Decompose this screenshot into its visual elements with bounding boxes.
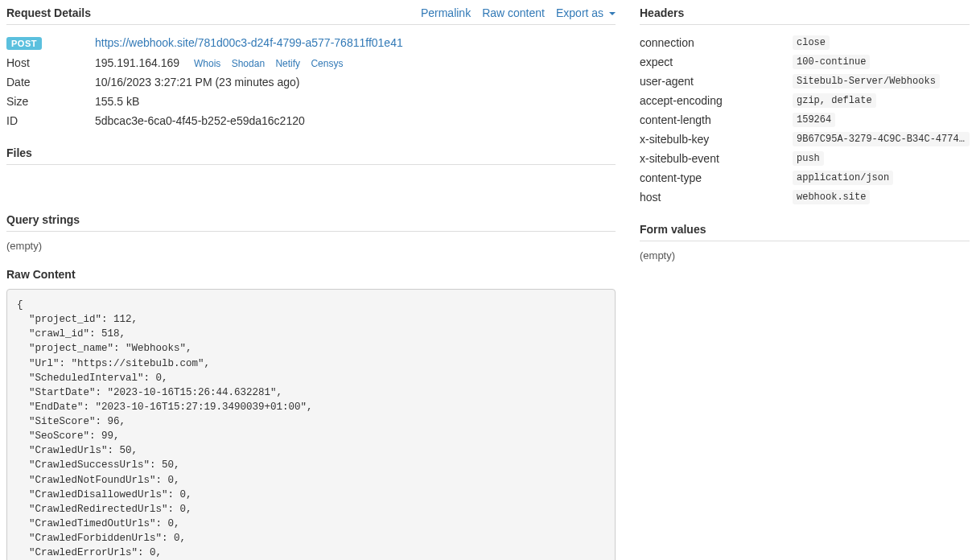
censys-link[interactable]: Censys (311, 58, 343, 69)
header-key: connection (640, 36, 793, 49)
raw-content-link[interactable]: Raw content (482, 6, 545, 19)
export-as-dropdown[interactable]: Export as (556, 6, 616, 19)
header-value: 9B67C95A-3279-4C9C-B34C-4774ACC5894B (793, 132, 970, 146)
header-value: push (793, 151, 824, 166)
date-row: Date 10/16/2023 3:27:21 PM (23 minutes a… (6, 72, 616, 92)
form-values-title: Form values (640, 223, 706, 236)
header-row: x-sitebulb-eventpush (640, 149, 970, 168)
header-key: accept-encoding (640, 94, 793, 107)
files-title: Files (6, 146, 32, 159)
query-strings-empty: (empty) (6, 240, 616, 252)
host-row: Host 195.191.164.169 Whois Shodan Netify… (6, 53, 616, 72)
shodan-link[interactable]: Shodan (232, 58, 265, 69)
id-value: 5dbcac3e-6ca0-4f45-b252-e59da16c2120 (95, 114, 616, 127)
headers-title: Headers (640, 6, 684, 19)
header-key: user-agent (640, 75, 793, 88)
header-row: content-typeapplication/json (640, 168, 970, 187)
headers-header: Headers (640, 6, 970, 25)
raw-content-header: Raw Content (6, 268, 616, 286)
header-key: host (640, 191, 793, 204)
header-row: expect100-continue (640, 52, 970, 72)
date-value: 10/16/2023 3:27:21 PM (23 minutes ago) (95, 76, 616, 89)
size-row: Size 155.5 kB (6, 92, 616, 111)
query-strings-header: Query strings (6, 213, 616, 232)
id-row: ID 5dbcac3e-6ca0-4f45-b252-e59da16c2120 (6, 111, 616, 130)
header-key: content-type (640, 171, 793, 184)
whois-link[interactable]: Whois (194, 58, 220, 69)
header-row: content-length159264 (640, 110, 970, 130)
netify-link[interactable]: Netify (275, 58, 300, 69)
header-value: close (793, 35, 830, 50)
request-url-link[interactable]: https://webhook.site/781d00c3-d24f-4799-… (95, 36, 403, 49)
header-value: 100-continue (793, 55, 870, 69)
header-row: connectionclose (640, 33, 970, 52)
form-values-header: Form values (640, 223, 970, 241)
date-label: Date (6, 76, 95, 89)
form-values-empty: (empty) (640, 249, 970, 261)
header-row: hostwebhook.site (640, 187, 970, 207)
header-key: x-sitebulb-event (640, 152, 793, 165)
header-key: expect (640, 56, 793, 68)
request-method-url-row: POST https://webhook.site/781d00c3-d24f-… (6, 33, 616, 53)
method-badge: POST (6, 37, 42, 50)
size-label: Size (6, 95, 95, 108)
id-label: ID (6, 114, 95, 127)
header-value: 159264 (793, 113, 835, 127)
raw-content-body[interactable]: { "project_id": 112, "crawl_id": 518, "p… (6, 289, 616, 560)
header-value: webhook.site (793, 190, 870, 204)
permalink-link[interactable]: Permalink (421, 6, 471, 19)
size-value: 155.5 kB (95, 95, 616, 108)
request-details-header: Request Details Permalink Raw content Ex… (6, 6, 616, 25)
request-details-title: Request Details (6, 6, 91, 19)
query-strings-title: Query strings (6, 213, 80, 226)
header-row: user-agentSitebulb-Server/Webhooks (640, 72, 970, 91)
header-value: application/json (793, 171, 893, 185)
header-value: gzip, deflate (793, 93, 876, 108)
host-label: Host (6, 56, 95, 69)
header-row: x-sitebulb-key9B67C95A-3279-4C9C-B34C-47… (640, 130, 970, 149)
header-value: Sitebulb-Server/Webhooks (793, 74, 940, 89)
raw-content-title: Raw Content (6, 268, 76, 281)
chevron-down-icon (609, 12, 616, 15)
host-value: 195.191.164.169 (95, 56, 179, 69)
files-header: Files (6, 146, 616, 165)
header-key: x-sitebulb-key (640, 133, 793, 146)
header-key: content-length (640, 113, 793, 126)
header-row: accept-encodinggzip, deflate (640, 91, 970, 110)
